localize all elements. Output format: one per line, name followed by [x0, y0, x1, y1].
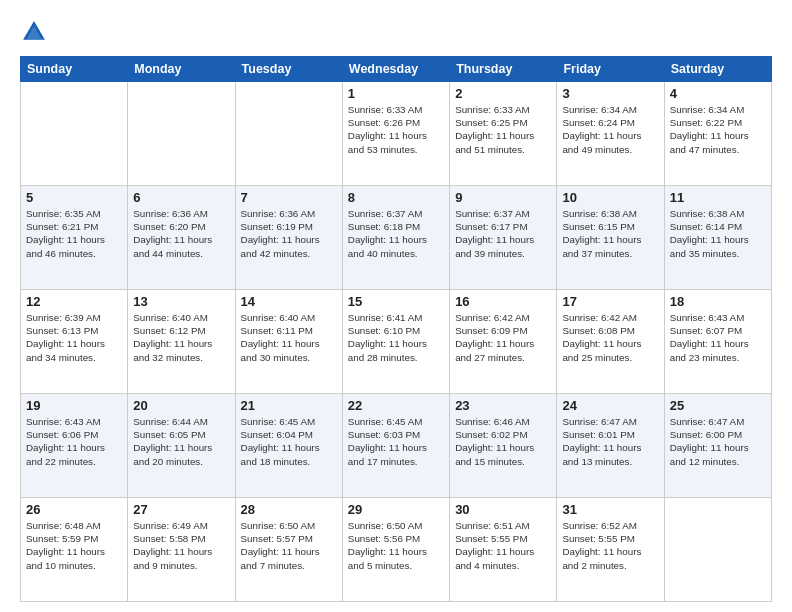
cell-text: Sunrise: 6:40 AM Sunset: 6:11 PM Dayligh… [241, 311, 337, 364]
calendar-cell: 2Sunrise: 6:33 AM Sunset: 6:25 PM Daylig… [450, 82, 557, 186]
calendar-week-row: 26Sunrise: 6:48 AM Sunset: 5:59 PM Dayli… [21, 498, 772, 602]
day-number: 30 [455, 502, 551, 517]
header [20, 18, 772, 46]
cell-text: Sunrise: 6:49 AM Sunset: 5:58 PM Dayligh… [133, 519, 229, 572]
calendar-cell: 31Sunrise: 6:52 AM Sunset: 5:55 PM Dayli… [557, 498, 664, 602]
calendar-cell: 6Sunrise: 6:36 AM Sunset: 6:20 PM Daylig… [128, 186, 235, 290]
day-number: 29 [348, 502, 444, 517]
cell-text: Sunrise: 6:39 AM Sunset: 6:13 PM Dayligh… [26, 311, 122, 364]
cell-text: Sunrise: 6:42 AM Sunset: 6:09 PM Dayligh… [455, 311, 551, 364]
calendar-cell: 17Sunrise: 6:42 AM Sunset: 6:08 PM Dayli… [557, 290, 664, 394]
day-number: 10 [562, 190, 658, 205]
day-number: 27 [133, 502, 229, 517]
calendar-cell: 24Sunrise: 6:47 AM Sunset: 6:01 PM Dayli… [557, 394, 664, 498]
calendar-cell: 13Sunrise: 6:40 AM Sunset: 6:12 PM Dayli… [128, 290, 235, 394]
calendar-cell: 22Sunrise: 6:45 AM Sunset: 6:03 PM Dayli… [342, 394, 449, 498]
day-number: 12 [26, 294, 122, 309]
calendar-cell: 16Sunrise: 6:42 AM Sunset: 6:09 PM Dayli… [450, 290, 557, 394]
day-number: 24 [562, 398, 658, 413]
calendar-cell: 4Sunrise: 6:34 AM Sunset: 6:22 PM Daylig… [664, 82, 771, 186]
day-number: 9 [455, 190, 551, 205]
day-number: 19 [26, 398, 122, 413]
cell-text: Sunrise: 6:37 AM Sunset: 6:17 PM Dayligh… [455, 207, 551, 260]
calendar-cell [235, 82, 342, 186]
day-number: 16 [455, 294, 551, 309]
day-number: 1 [348, 86, 444, 101]
cell-text: Sunrise: 6:33 AM Sunset: 6:25 PM Dayligh… [455, 103, 551, 156]
cell-text: Sunrise: 6:46 AM Sunset: 6:02 PM Dayligh… [455, 415, 551, 468]
cell-text: Sunrise: 6:52 AM Sunset: 5:55 PM Dayligh… [562, 519, 658, 572]
logo [20, 18, 52, 46]
calendar-cell: 7Sunrise: 6:36 AM Sunset: 6:19 PM Daylig… [235, 186, 342, 290]
day-number: 26 [26, 502, 122, 517]
day-number: 5 [26, 190, 122, 205]
day-number: 4 [670, 86, 766, 101]
cell-text: Sunrise: 6:43 AM Sunset: 6:06 PM Dayligh… [26, 415, 122, 468]
page: SundayMondayTuesdayWednesdayThursdayFrid… [0, 0, 792, 612]
calendar-header-monday: Monday [128, 57, 235, 82]
day-number: 21 [241, 398, 337, 413]
day-number: 25 [670, 398, 766, 413]
cell-text: Sunrise: 6:48 AM Sunset: 5:59 PM Dayligh… [26, 519, 122, 572]
calendar-cell [128, 82, 235, 186]
calendar-header-friday: Friday [557, 57, 664, 82]
day-number: 6 [133, 190, 229, 205]
cell-text: Sunrise: 6:36 AM Sunset: 6:19 PM Dayligh… [241, 207, 337, 260]
calendar-header-sunday: Sunday [21, 57, 128, 82]
calendar-cell: 23Sunrise: 6:46 AM Sunset: 6:02 PM Dayli… [450, 394, 557, 498]
logo-icon [20, 18, 48, 46]
calendar-cell: 28Sunrise: 6:50 AM Sunset: 5:57 PM Dayli… [235, 498, 342, 602]
calendar-cell: 20Sunrise: 6:44 AM Sunset: 6:05 PM Dayli… [128, 394, 235, 498]
cell-text: Sunrise: 6:51 AM Sunset: 5:55 PM Dayligh… [455, 519, 551, 572]
calendar-header-wednesday: Wednesday [342, 57, 449, 82]
calendar-cell: 19Sunrise: 6:43 AM Sunset: 6:06 PM Dayli… [21, 394, 128, 498]
day-number: 15 [348, 294, 444, 309]
calendar-cell: 29Sunrise: 6:50 AM Sunset: 5:56 PM Dayli… [342, 498, 449, 602]
day-number: 8 [348, 190, 444, 205]
calendar-table: SundayMondayTuesdayWednesdayThursdayFrid… [20, 56, 772, 602]
calendar-cell: 26Sunrise: 6:48 AM Sunset: 5:59 PM Dayli… [21, 498, 128, 602]
cell-text: Sunrise: 6:34 AM Sunset: 6:24 PM Dayligh… [562, 103, 658, 156]
calendar-cell: 15Sunrise: 6:41 AM Sunset: 6:10 PM Dayli… [342, 290, 449, 394]
day-number: 2 [455, 86, 551, 101]
cell-text: Sunrise: 6:47 AM Sunset: 6:01 PM Dayligh… [562, 415, 658, 468]
day-number: 14 [241, 294, 337, 309]
calendar-cell: 1Sunrise: 6:33 AM Sunset: 6:26 PM Daylig… [342, 82, 449, 186]
cell-text: Sunrise: 6:40 AM Sunset: 6:12 PM Dayligh… [133, 311, 229, 364]
calendar-cell: 18Sunrise: 6:43 AM Sunset: 6:07 PM Dayli… [664, 290, 771, 394]
calendar-week-row: 1Sunrise: 6:33 AM Sunset: 6:26 PM Daylig… [21, 82, 772, 186]
day-number: 31 [562, 502, 658, 517]
calendar-header-row: SundayMondayTuesdayWednesdayThursdayFrid… [21, 57, 772, 82]
calendar-cell: 30Sunrise: 6:51 AM Sunset: 5:55 PM Dayli… [450, 498, 557, 602]
calendar-cell: 25Sunrise: 6:47 AM Sunset: 6:00 PM Dayli… [664, 394, 771, 498]
calendar-cell [21, 82, 128, 186]
day-number: 20 [133, 398, 229, 413]
cell-text: Sunrise: 6:45 AM Sunset: 6:04 PM Dayligh… [241, 415, 337, 468]
cell-text: Sunrise: 6:34 AM Sunset: 6:22 PM Dayligh… [670, 103, 766, 156]
day-number: 17 [562, 294, 658, 309]
cell-text: Sunrise: 6:44 AM Sunset: 6:05 PM Dayligh… [133, 415, 229, 468]
calendar-cell: 9Sunrise: 6:37 AM Sunset: 6:17 PM Daylig… [450, 186, 557, 290]
cell-text: Sunrise: 6:33 AM Sunset: 6:26 PM Dayligh… [348, 103, 444, 156]
calendar-week-row: 19Sunrise: 6:43 AM Sunset: 6:06 PM Dayli… [21, 394, 772, 498]
calendar-cell: 3Sunrise: 6:34 AM Sunset: 6:24 PM Daylig… [557, 82, 664, 186]
calendar-header-thursday: Thursday [450, 57, 557, 82]
cell-text: Sunrise: 6:38 AM Sunset: 6:15 PM Dayligh… [562, 207, 658, 260]
day-number: 28 [241, 502, 337, 517]
calendar-cell: 8Sunrise: 6:37 AM Sunset: 6:18 PM Daylig… [342, 186, 449, 290]
cell-text: Sunrise: 6:45 AM Sunset: 6:03 PM Dayligh… [348, 415, 444, 468]
day-number: 18 [670, 294, 766, 309]
day-number: 22 [348, 398, 444, 413]
calendar-week-row: 12Sunrise: 6:39 AM Sunset: 6:13 PM Dayli… [21, 290, 772, 394]
calendar-cell: 12Sunrise: 6:39 AM Sunset: 6:13 PM Dayli… [21, 290, 128, 394]
cell-text: Sunrise: 6:35 AM Sunset: 6:21 PM Dayligh… [26, 207, 122, 260]
calendar-cell [664, 498, 771, 602]
cell-text: Sunrise: 6:41 AM Sunset: 6:10 PM Dayligh… [348, 311, 444, 364]
calendar-cell: 5Sunrise: 6:35 AM Sunset: 6:21 PM Daylig… [21, 186, 128, 290]
cell-text: Sunrise: 6:38 AM Sunset: 6:14 PM Dayligh… [670, 207, 766, 260]
cell-text: Sunrise: 6:47 AM Sunset: 6:00 PM Dayligh… [670, 415, 766, 468]
day-number: 13 [133, 294, 229, 309]
calendar-cell: 10Sunrise: 6:38 AM Sunset: 6:15 PM Dayli… [557, 186, 664, 290]
cell-text: Sunrise: 6:42 AM Sunset: 6:08 PM Dayligh… [562, 311, 658, 364]
cell-text: Sunrise: 6:36 AM Sunset: 6:20 PM Dayligh… [133, 207, 229, 260]
